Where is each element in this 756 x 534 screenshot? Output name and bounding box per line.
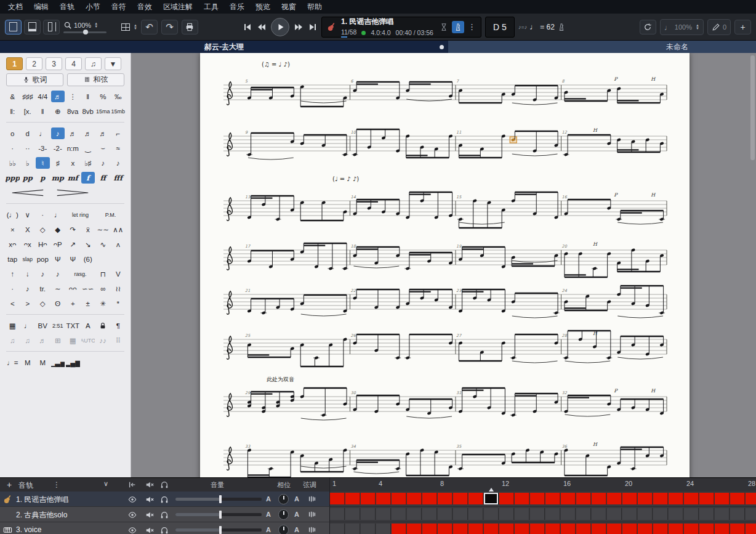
volume-handle[interactable] [219, 526, 222, 534]
tempo-marking-tool[interactable]: ♩= [6, 357, 20, 368]
bar-cell[interactable] [730, 493, 745, 504]
tap-tool[interactable]: tap [6, 253, 20, 265]
bar-cell[interactable] [330, 508, 345, 520]
trill-wave-tool[interactable]: ∼ [51, 283, 65, 294]
bar-cell[interactable] [499, 524, 514, 534]
bar-cell[interactable] [345, 508, 360, 520]
double-dotted-note-tool[interactable]: ·· [21, 142, 35, 154]
add-button[interactable] [734, 20, 751, 34]
track-menu-button[interactable]: ⋮ [53, 480, 60, 489]
bar-cell[interactable] [715, 508, 730, 520]
pan-automation-toggle[interactable]: A [294, 511, 299, 518]
metronome-button[interactable] [452, 21, 464, 33]
coda-tool[interactable]: ⊕ [51, 105, 65, 117]
edit-count-value[interactable]: 0 [723, 23, 726, 31]
menu-item-2[interactable]: 编辑 [28, 1, 54, 14]
rewind-button[interactable] [257, 22, 267, 32]
relative-speed-control[interactable]: 100% [660, 19, 704, 35]
score-canvas[interactable]: (♫ = ♩ ♪)(♩ = ♪ ♪)此处为双音5678PH9101112H131… [200, 53, 690, 477]
bar-cell[interactable] [684, 508, 699, 520]
menu-item-6[interactable]: 音效 [132, 1, 158, 14]
staccato-tool[interactable]: · [36, 209, 50, 220]
bar-cell[interactable] [484, 524, 499, 534]
tempo-beam-tool[interactable]: ♬ [51, 91, 65, 102]
track-instrument-icon[interactable] [3, 495, 12, 504]
bar-cell[interactable] [699, 508, 714, 520]
volume-automation-toggle[interactable]: A [266, 495, 271, 503]
pan-automation-toggle[interactable]: A [294, 526, 299, 533]
mordent-tool[interactable]: ∽∽ [81, 283, 95, 294]
track-mute-button[interactable] [145, 526, 154, 534]
print-button[interactable] [182, 20, 198, 34]
left-fingering-tool[interactable]: < [6, 297, 20, 309]
bar-cell[interactable] [746, 508, 756, 520]
bar-cell[interactable] [699, 493, 714, 504]
bar-cell[interactable] [438, 493, 452, 504]
double-sharp-tool[interactable]: x [66, 157, 80, 169]
track-name[interactable]: 3. voice [16, 525, 41, 534]
bar-cell[interactable] [561, 493, 576, 504]
downstroke-tool[interactable]: ⊓ [96, 268, 110, 280]
ottava-8vb-tool[interactable]: 8vb [81, 105, 95, 117]
trill-tool[interactable]: tr. [36, 283, 50, 294]
accent-tool[interactable]: ♩ [51, 209, 65, 220]
bar-cell[interactable] [468, 524, 483, 534]
track-instrument-icon[interactable] [3, 510, 12, 519]
snap-pizz-tool[interactable]: ✳ [96, 297, 110, 309]
marcato-tool[interactable]: ∨ [21, 209, 35, 220]
slide-up-tool[interactable]: ↗ [66, 238, 80, 250]
bar-cell[interactable] [345, 493, 360, 504]
bar-cell[interactable] [330, 524, 345, 534]
bar-cell[interactable] [669, 524, 683, 534]
bar-cell[interactable] [422, 493, 437, 504]
track-row[interactable]: 3. voiceAA [0, 522, 756, 534]
duplet-tool[interactable]: -2- [51, 142, 65, 154]
bar-cell[interactable] [361, 508, 376, 520]
track-instrument-icon[interactable] [3, 525, 12, 534]
half-note-tool[interactable]: d [21, 127, 35, 139]
upstroke-tool[interactable]: V [111, 268, 126, 280]
tab-score[interactable]: 郝云-去大理 [0, 41, 448, 53]
track-tuning-button[interactable] [308, 525, 316, 534]
bar-cell[interactable] [330, 493, 345, 504]
grace-note-on-beat-tool[interactable]: ♪ [111, 157, 126, 169]
flat-tool[interactable]: ♭ [21, 157, 35, 169]
whammy-dip-tool[interactable]: ʌ [111, 238, 126, 250]
note-name-tool[interactable]: ♩ [21, 320, 35, 331]
bar-cell[interactable] [715, 493, 730, 504]
play-button[interactable] [271, 18, 289, 36]
pull-off-tool[interactable]: ᴖP [51, 238, 65, 250]
volume-handle[interactable] [219, 511, 222, 519]
bar-cell[interactable] [545, 493, 560, 504]
tab-untitled[interactable]: 未命名 [448, 41, 756, 53]
bar-cell[interactable] [622, 524, 637, 534]
menu-item-3[interactable]: 音轨 [54, 1, 80, 14]
tempo-automation-tool[interactable]: ▂▄▆ [66, 357, 80, 368]
voice-2-button[interactable]: 2 [26, 57, 42, 70]
track-tuning-button[interactable] [308, 495, 316, 503]
track-row[interactable]: 2. 古典吉他soloAA [0, 507, 756, 522]
clef-tool[interactable]: & [6, 91, 20, 102]
strum-down-tool[interactable]: ↓ [21, 268, 35, 280]
track-visibility-toggle[interactable] [128, 526, 137, 534]
right-fingering-tool[interactable]: > [21, 297, 35, 309]
voice-3-button[interactable]: 3 [46, 57, 62, 70]
bar-cell[interactable] [392, 508, 406, 520]
mute-all-icon[interactable] [145, 480, 154, 489]
legato-tool[interactable]: ≈ [111, 142, 126, 154]
track-name[interactable]: 2. 古典吉他solo [16, 510, 67, 520]
bar-cell[interactable] [468, 508, 483, 520]
key-signature-tool[interactable]: ♯♯♯ [21, 91, 35, 102]
zoom-control[interactable]: 100% [63, 21, 118, 33]
sixteenth-note-tool[interactable]: ♬ [66, 127, 80, 139]
section-tool[interactable]: ‖ [36, 105, 50, 117]
lyrics-button[interactable]: 歌词 [6, 73, 63, 86]
rest-tool[interactable]: ⌐ [111, 127, 126, 139]
join-beams-tool[interactable]: ♫ [21, 334, 35, 346]
zoom-spinner[interactable] [94, 22, 98, 28]
bar-cell[interactable] [422, 524, 437, 534]
pan-knob[interactable] [278, 509, 289, 520]
bar-cell[interactable] [515, 493, 529, 504]
open-note-tool[interactable]: ◇ [36, 297, 50, 309]
fade-in-tool[interactable]: · [6, 283, 20, 294]
